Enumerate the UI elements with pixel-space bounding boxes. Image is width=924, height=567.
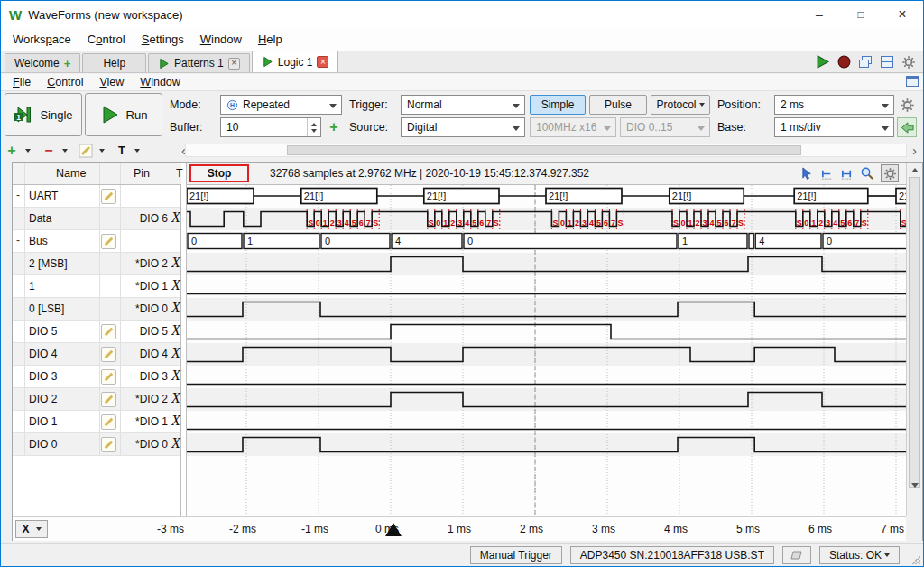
scroll-right-icon[interactable]: › bbox=[912, 144, 917, 158]
time-options-button[interactable] bbox=[897, 95, 917, 115]
status-dropdown[interactable]: Status: OK bbox=[819, 546, 900, 564]
minimize-button[interactable]: – bbox=[799, 1, 840, 28]
menu-item-control[interactable]: Control bbox=[39, 74, 91, 90]
tab-welcome[interactable]: Welcome + bbox=[5, 53, 80, 72]
zoom-icon[interactable] bbox=[860, 166, 874, 181]
edit-pencil-icon[interactable] bbox=[101, 392, 116, 407]
collapse-icon[interactable]: - bbox=[16, 234, 20, 246]
channel-row-dio-5[interactable]: DIO 5DIO 5X bbox=[13, 321, 180, 343]
edit-pencil-icon[interactable] bbox=[101, 437, 116, 452]
maximize-button[interactable]: □ bbox=[840, 1, 882, 28]
base-select[interactable]: 1 ms/div bbox=[774, 117, 894, 137]
protocol-trigger-button[interactable]: Protocol bbox=[651, 95, 710, 115]
channel-row-dio-0[interactable]: DIO 0*DIO 0X bbox=[13, 433, 180, 456]
plot-options-button[interactable] bbox=[881, 164, 899, 182]
menu-item-workspace[interactable]: Workspace bbox=[5, 29, 79, 50]
run-button[interactable]: Run bbox=[85, 93, 162, 136]
y-cursor-icon[interactable] bbox=[840, 167, 854, 181]
edit-channel-button[interactable] bbox=[75, 141, 97, 161]
mode-select[interactable]: H Repeated bbox=[220, 95, 342, 115]
options-button[interactable] bbox=[900, 53, 918, 70]
channel-row-dio-2[interactable]: DIO 2*DIO 2X bbox=[13, 388, 180, 411]
stop-all-button[interactable] bbox=[835, 53, 853, 70]
collapse-icon[interactable]: - bbox=[16, 189, 20, 201]
edit-pencil-icon[interactable] bbox=[101, 347, 116, 362]
channel-row-dio-1[interactable]: DIO 1*DIO 1X bbox=[13, 411, 180, 433]
resize-grip[interactable] bbox=[911, 555, 920, 564]
axis-selector-button[interactable]: X bbox=[15, 520, 48, 538]
tab-patterns[interactable]: Patterns 1 × bbox=[148, 53, 250, 72]
channel-row-uart[interactable]: -UART bbox=[13, 185, 180, 208]
channel-row-dio-4[interactable]: DIO 4DIO 4X bbox=[13, 343, 180, 366]
trigger-column-button[interactable]: T bbox=[112, 141, 132, 161]
tab-logic[interactable]: Logic 1 × bbox=[252, 51, 339, 72]
menu-item-file[interactable]: File bbox=[5, 74, 39, 90]
edit-pencil-icon[interactable] bbox=[101, 324, 116, 339]
chevron-down-icon[interactable] bbox=[62, 149, 68, 153]
vertical-scrollbar[interactable] bbox=[906, 163, 922, 516]
buffer-stepper[interactable]: 10 bbox=[220, 117, 321, 137]
single-button[interactable]: 1 Single bbox=[5, 93, 82, 136]
trigger-setting[interactable]: X bbox=[171, 209, 180, 226]
close-button[interactable]: × bbox=[882, 1, 923, 28]
position-select[interactable]: 2 ms bbox=[774, 95, 894, 115]
scroll-up-icon[interactable] bbox=[911, 168, 919, 172]
add-instrument-icon[interactable]: + bbox=[64, 57, 71, 70]
channel-row-bus[interactable]: -Bus bbox=[13, 230, 180, 253]
edit-pencil-icon[interactable] bbox=[101, 189, 116, 204]
scrollbar-thumb[interactable] bbox=[909, 177, 920, 488]
add-channel-button[interactable]: + bbox=[1, 141, 23, 161]
trigger-setting[interactable]: X bbox=[171, 277, 180, 293]
trigger-setting[interactable]: X bbox=[171, 322, 180, 339]
scrollbar-thumb[interactable] bbox=[287, 145, 801, 155]
close-tab-icon[interactable]: × bbox=[317, 56, 328, 68]
menu-item-window[interactable]: Window bbox=[132, 74, 188, 90]
add-buffer-button[interactable]: + bbox=[324, 117, 344, 137]
chevron-down-icon[interactable] bbox=[134, 149, 140, 153]
menu-item-control[interactable]: Control bbox=[79, 29, 134, 50]
trigger-setting[interactable]: X bbox=[171, 345, 180, 361]
menu-item-view[interactable]: View bbox=[91, 74, 132, 90]
device-button[interactable]: ADP3450 SN:210018AFF318 USB:ST bbox=[570, 546, 774, 564]
trigger-setting[interactable]: X bbox=[171, 390, 180, 406]
menu-item-help[interactable]: Help bbox=[250, 29, 291, 50]
channel-row-1[interactable]: 1*DIO 1X bbox=[13, 275, 180, 298]
chevron-down-icon[interactable] bbox=[25, 149, 31, 153]
simple-trigger-button[interactable]: Simple bbox=[530, 95, 586, 115]
log-button[interactable] bbox=[782, 546, 811, 564]
pointer-cursor-icon[interactable] bbox=[800, 167, 814, 181]
waveform-plot[interactable]: 21[!]21[!]21[!]21[!]21[!]21[!]21[!]S0123… bbox=[186, 185, 906, 516]
tab-help[interactable]: Help bbox=[82, 53, 146, 72]
edit-pencil-icon[interactable] bbox=[101, 234, 116, 249]
spinner-arrows-icon[interactable] bbox=[307, 118, 320, 136]
menu-item-window[interactable]: Window bbox=[192, 29, 250, 50]
edit-pencil-icon[interactable] bbox=[101, 414, 116, 430]
tile-windows-button[interactable] bbox=[878, 53, 896, 70]
close-tab-icon[interactable]: × bbox=[228, 58, 240, 70]
channel-row-data[interactable]: DataDIO 6X bbox=[13, 208, 180, 230]
trigger-setting[interactable]: X bbox=[171, 413, 180, 429]
manual-trigger-button[interactable]: Manual Trigger bbox=[470, 546, 562, 564]
run-all-button[interactable] bbox=[813, 53, 831, 70]
trigger-setting[interactable]: X bbox=[171, 367, 180, 384]
back-button[interactable] bbox=[897, 117, 917, 137]
channel-row-dio-3[interactable]: DIO 3DIO 3X bbox=[13, 366, 180, 388]
pulse-trigger-button[interactable]: Pulse bbox=[589, 95, 647, 115]
remove-channel-button[interactable]: − bbox=[38, 141, 60, 161]
x-cursor-icon[interactable] bbox=[820, 167, 834, 181]
trigger-position-marker[interactable] bbox=[385, 523, 402, 536]
channel-row-0-lsb-[interactable]: 0 [LSB]*DIO 0X bbox=[13, 298, 180, 321]
stop-button[interactable]: Stop bbox=[189, 164, 249, 182]
source-select[interactable]: Digital bbox=[401, 117, 525, 137]
menu-item-settings[interactable]: Settings bbox=[134, 29, 192, 50]
horizontal-scrollbar[interactable] bbox=[185, 144, 907, 157]
trigger-select[interactable]: Normal bbox=[401, 95, 525, 115]
trigger-setting[interactable]: X bbox=[171, 300, 180, 316]
chevron-down-icon[interactable] bbox=[99, 149, 105, 153]
trigger-setting[interactable]: X bbox=[171, 435, 180, 451]
edit-pencil-icon[interactable] bbox=[101, 369, 116, 385]
channel-row-2-msb-[interactable]: 2 [MSB]*DIO 2X bbox=[13, 253, 180, 275]
scroll-down-icon[interactable] bbox=[911, 483, 919, 488]
detach-window-button[interactable] bbox=[905, 75, 919, 88]
cascade-windows-button[interactable] bbox=[856, 53, 874, 70]
